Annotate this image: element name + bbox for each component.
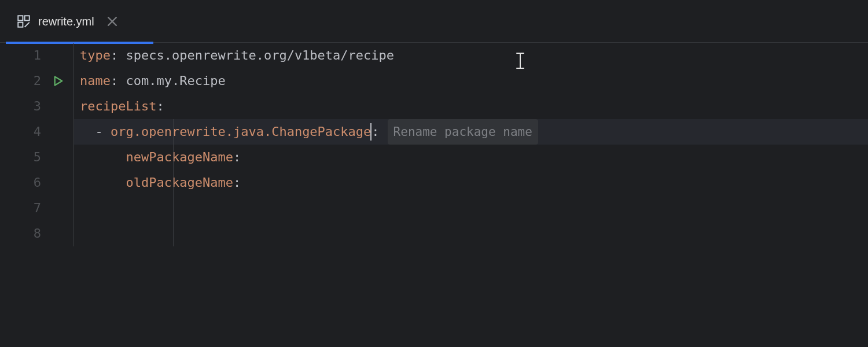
indent-guide xyxy=(173,119,174,246)
gutter-line[interactable]: 4 xyxy=(0,119,73,145)
inline-hint: Rename package name xyxy=(388,119,538,145)
line-number: 4 xyxy=(34,119,41,145)
code-line[interactable]: name: com.my.Recipe xyxy=(74,68,868,94)
code-line[interactable]: oldPackageName: xyxy=(74,170,868,195)
yaml-value: com.my.Recipe xyxy=(126,68,225,94)
run-icon[interactable] xyxy=(53,75,64,87)
line-number: 6 xyxy=(34,170,41,195)
gutter-line[interactable]: 7 xyxy=(0,195,73,221)
gutter: 1 2 3 4 5 6 7 8 xyxy=(0,43,74,246)
line-number: 3 xyxy=(34,94,41,119)
gutter-line[interactable]: 3 xyxy=(0,94,73,119)
tab-title: rewrite.yml xyxy=(38,9,94,34)
svg-rect-0 xyxy=(18,16,23,20)
yaml-key: name xyxy=(80,68,111,94)
close-icon[interactable] xyxy=(106,15,119,28)
line-number: 1 xyxy=(34,43,41,68)
gutter-line[interactable]: 2 xyxy=(0,68,73,94)
text-cursor-icon xyxy=(516,51,524,76)
code-line[interactable] xyxy=(74,195,868,221)
gutter-line[interactable]: 8 xyxy=(0,221,73,246)
line-number: 5 xyxy=(34,145,41,170)
yaml-key: type xyxy=(80,43,111,68)
indent xyxy=(80,119,95,145)
line-number: 2 xyxy=(34,68,41,94)
code-line[interactable] xyxy=(74,221,868,246)
indent xyxy=(80,170,126,195)
tab-rewrite-yml[interactable]: rewrite.yml xyxy=(0,0,129,42)
gutter-line[interactable]: 5 xyxy=(0,145,73,170)
yaml-file-icon xyxy=(16,14,31,29)
gutter-line[interactable]: 1 xyxy=(0,43,73,68)
editor[interactable]: 1 2 3 4 5 6 7 8 type: specs.openrewrite.… xyxy=(0,43,868,246)
yaml-key: recipeList xyxy=(80,94,156,119)
line-number: 7 xyxy=(34,195,41,221)
code-line[interactable]: type: specs.openrewrite.org/v1beta/recip… xyxy=(74,43,868,68)
code-area[interactable]: type: specs.openrewrite.org/v1beta/recip… xyxy=(74,43,868,246)
yaml-value: specs.openrewrite.org/v1beta/recipe xyxy=(126,43,394,68)
yaml-value: org.openrewrite.java.ChangePackage xyxy=(111,119,371,145)
svg-rect-2 xyxy=(18,22,23,27)
code-line[interactable]: newPackageName: xyxy=(74,145,868,170)
code-line-active[interactable]: - org.openrewrite.java.ChangePackage:Ren… xyxy=(74,119,868,145)
line-number: 8 xyxy=(34,221,41,246)
svg-rect-1 xyxy=(25,16,30,20)
yaml-key: oldPackageName xyxy=(126,170,233,195)
gutter-line[interactable]: 6 xyxy=(0,170,73,195)
yaml-key: newPackageName xyxy=(126,145,233,170)
tab-bar: rewrite.yml xyxy=(0,0,868,43)
indent xyxy=(80,145,126,170)
code-line[interactable]: recipeList: xyxy=(74,94,868,119)
